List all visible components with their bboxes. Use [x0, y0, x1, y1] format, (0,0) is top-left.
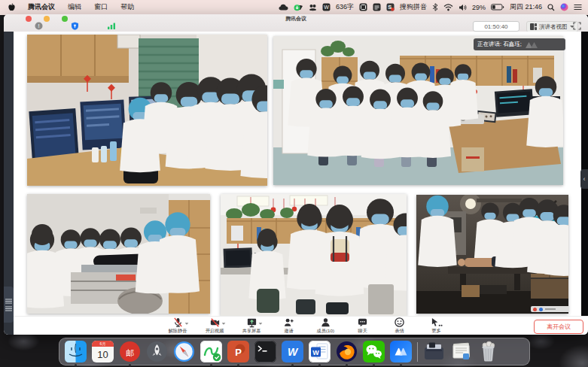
svg-text:邮: 邮	[126, 348, 134, 357]
bluetooth-icon[interactable]	[432, 3, 438, 11]
tencent-meeting-window: 腾讯会议 ! 01:50:40 演讲者视图	[4, 14, 588, 335]
more-button[interactable]: 更多	[422, 317, 449, 335]
photo-group-room	[273, 36, 563, 185]
dock-tencent-meeting-icon[interactable]	[390, 341, 412, 362]
dock-downloads-stack-dark[interactable]	[423, 341, 445, 362]
photo-treatment-room	[27, 194, 210, 314]
downloader-icon[interactable]	[294, 3, 303, 11]
running-indicator	[318, 364, 321, 366]
emoji-icon	[394, 317, 405, 328]
desktop: 腾讯会议 编辑 窗口 帮助 W 636字 S 搜狗拼音 29% 周四 21:46	[0, 0, 588, 367]
running-indicator	[373, 364, 375, 366]
running-indicator	[291, 364, 294, 366]
running-indicator	[237, 364, 239, 366]
invite-icon	[283, 317, 294, 328]
dock-firefox-icon[interactable]	[336, 341, 358, 362]
photo-control-room	[27, 35, 267, 186]
running-indicator	[210, 364, 212, 366]
sogou-icon[interactable]: S	[386, 3, 395, 11]
svg-text:P: P	[235, 347, 242, 358]
dock-lemon-cleaner-icon[interactable]	[200, 341, 222, 362]
dock-separator	[417, 342, 418, 362]
running-indicator	[129, 364, 131, 366]
start-video-button[interactable]: 开启视频	[201, 317, 228, 335]
speaking-indicator: 正在讲话: 石鑫珏;	[474, 38, 565, 50]
right-panel-toggle[interactable]: ‹	[580, 169, 588, 189]
svg-text:S: S	[388, 4, 391, 11]
word-menubar-icon[interactable]: W	[322, 3, 331, 11]
dock-terminal-icon[interactable]	[254, 341, 276, 362]
control-center-icon[interactable]	[574, 4, 582, 11]
dock-word-icon[interactable]: W	[309, 341, 331, 362]
spotlight-search-icon[interactable]	[547, 4, 555, 11]
network-signal-icon[interactable]	[107, 22, 116, 30]
dock-documents-stack-light[interactable]	[450, 341, 472, 362]
app-window-icon[interactable]	[373, 3, 381, 11]
dock-finder-icon[interactable]	[65, 341, 87, 362]
menu-item-window[interactable]: 窗口	[94, 2, 108, 12]
ime-name-status[interactable]: 搜狗拼音	[400, 2, 427, 12]
app-grid-icon[interactable]	[359, 3, 367, 11]
share-screen-button[interactable]: 共享屏幕	[238, 317, 265, 335]
menu-item-app[interactable]: 腾讯会议	[28, 2, 55, 12]
photo-classroom	[221, 194, 407, 316]
running-indicator	[400, 364, 402, 366]
menu-item-help[interactable]: 帮助	[120, 2, 134, 12]
svg-text:W: W	[288, 346, 299, 358]
dictionary-icon[interactable]	[279, 4, 288, 11]
dock-calendar-icon[interactable]: 6月10	[92, 341, 114, 362]
dock: 6月10 邮 P W W	[59, 338, 530, 365]
siri-icon[interactable]	[560, 3, 568, 11]
photo-dark-procedure-room	[416, 195, 568, 314]
security-shield-icon[interactable]	[71, 22, 79, 30]
view-mode-button[interactable]: 演讲者视图	[526, 21, 578, 32]
fullscreen-icon[interactable]	[573, 22, 581, 30]
list-icon	[5, 306, 12, 311]
wifi-icon[interactable]	[443, 4, 453, 11]
camera-off-icon	[209, 317, 221, 328]
meeting-info-icon[interactable]: !	[35, 22, 43, 30]
layout-icon	[530, 23, 537, 30]
unmute-button[interactable]: 解除静音	[164, 317, 191, 335]
share-screen-icon	[246, 317, 257, 328]
meeting-logo-watermark	[525, 41, 538, 49]
menu-bar: 腾讯会议 编辑 窗口 帮助 W 636字 S 搜狗拼音 29% 周四 21:46	[0, 0, 588, 14]
clock-status[interactable]: 周四 21:46	[510, 2, 542, 12]
window-titlebar: 腾讯会议 ! 01:50:40 演讲者视图	[4, 14, 588, 32]
volume-icon[interactable]	[459, 4, 467, 11]
svg-text:W: W	[324, 5, 329, 10]
svg-text:!: !	[38, 23, 39, 29]
dock-launchpad-icon[interactable]	[146, 341, 168, 362]
svg-text:6月: 6月	[100, 341, 106, 347]
dock-trash-icon[interactable]	[477, 341, 499, 362]
word-count-status[interactable]: 636字	[336, 2, 354, 12]
left-panel-toggle[interactable]	[4, 287, 14, 323]
invite-button[interactable]: 邀请	[275, 317, 302, 335]
menu-item-edit[interactable]: 编辑	[68, 2, 81, 12]
dock-safari-icon[interactable]	[173, 341, 195, 362]
assistant-icon[interactable]	[309, 4, 317, 11]
members-button[interactable]: 成员(10)	[312, 317, 339, 335]
members-icon	[320, 317, 331, 328]
battery-icon[interactable]	[491, 4, 504, 11]
chat-button[interactable]: 聊天	[349, 317, 376, 335]
running-indicator	[346, 364, 348, 366]
dock-wps-office-icon[interactable]: W	[282, 341, 303, 362]
video-controls-overlay[interactable]	[531, 306, 568, 312]
leave-meeting-button[interactable]: 离开会议	[534, 320, 583, 334]
chat-icon	[357, 317, 368, 328]
dock-powerpoint-icon[interactable]: P	[227, 341, 249, 362]
svg-text:W: W	[312, 349, 319, 356]
mic-muted-icon	[172, 317, 184, 328]
apple-menu-icon[interactable]	[8, 3, 15, 12]
dock-mail-master-icon[interactable]: 邮	[119, 341, 141, 362]
svg-text:10: 10	[97, 349, 108, 360]
dock-wechat-icon[interactable]	[363, 341, 385, 362]
emoji-button[interactable]: 表情	[385, 317, 413, 335]
more-icon	[430, 317, 443, 328]
running-indicator	[75, 364, 77, 366]
list-icon	[5, 299, 12, 304]
meeting-timer: 01:50:40	[473, 21, 519, 32]
meeting-toolbar: 解除静音 开启视频 共享屏幕 邀请 成员(10)	[14, 316, 588, 335]
battery-percent-status[interactable]: 29%	[472, 4, 486, 11]
